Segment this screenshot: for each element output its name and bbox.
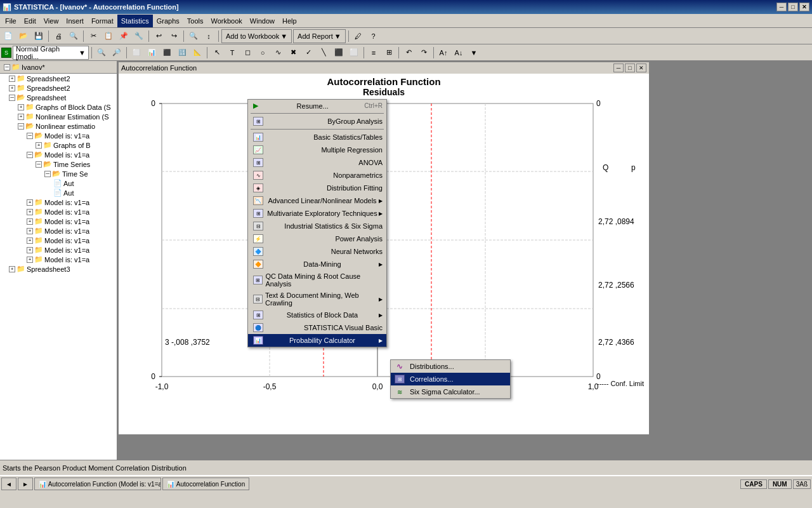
expand-icon-ss2b[interactable]: +	[9, 85, 15, 91]
menu-item-bygroup[interactable]: ⊞ ByGroup Analysis	[248, 115, 386, 128]
expand-icon-m7[interactable]: +	[27, 247, 33, 253]
sort-button[interactable]: ↕	[202, 29, 216, 43]
draw-btn5[interactable]: ✓	[301, 46, 315, 60]
new-button[interactable]: 📄	[1, 29, 15, 43]
add-to-workbook-button[interactable]: Add to Workbook ▼	[221, 29, 292, 43]
nonlinear-e-item[interactable]: ─ 📂 Nonlinear estimatio	[0, 121, 117, 131]
nav-right-button[interactable]: ►	[18, 478, 33, 490]
menu-graphs[interactable]: Graphs	[153, 15, 183, 27]
redo-button[interactable]: ↪	[167, 29, 181, 43]
expand-icon-ss[interactable]: ─	[9, 95, 15, 101]
menu-item-qc[interactable]: ⊞ QC Data Mining & Root Cause Analysis	[248, 271, 386, 290]
close-button[interactable]: ✕	[799, 3, 809, 11]
expand-icon-ss2a[interactable]: +	[9, 76, 15, 82]
draw-btn4[interactable]: ✖	[286, 46, 300, 60]
open-button[interactable]: 📂	[16, 29, 30, 43]
menu-item-multivariate[interactable]: ⊞ Multivariate Exploratory Techniques	[248, 207, 386, 220]
model6-item[interactable]: + 📁 Model is: v1=a	[0, 236, 117, 245]
minimize-button[interactable]: ─	[776, 3, 787, 11]
draw-btn8[interactable]: ⬜	[347, 46, 361, 60]
menu-item-visual[interactable]: 🔵 STATISTICA Visual Basic	[248, 321, 386, 334]
timese-item[interactable]: ─ 📂 Time Se	[0, 169, 117, 178]
expand-icon-m1b[interactable]: ─	[27, 152, 33, 158]
format-button[interactable]: 🔧	[132, 29, 146, 43]
timeseries-item[interactable]: ─ 📂 Time Series	[0, 159, 117, 169]
maximize-button[interactable]: □	[788, 3, 798, 11]
highlight-button[interactable]: 🖊	[351, 29, 365, 43]
autocorr-func2-taskbar[interactable]: 📊 Autocorrelation Function	[162, 478, 249, 490]
graph-btn1[interactable]: ⬜	[129, 46, 143, 60]
expand-icon-tse[interactable]: ─	[44, 171, 51, 177]
help-button[interactable]: ?	[367, 29, 381, 43]
root-item[interactable]: ─ 📁 Ivanov*	[3, 62, 114, 72]
preview-button[interactable]: 🔍	[67, 29, 81, 43]
spreadsheet2b-item[interactable]: + 📁 Spreadsheet2	[0, 83, 117, 93]
chart-close[interactable]: ✕	[636, 64, 646, 72]
draw-btn2[interactable]: ○	[256, 46, 270, 60]
chart-maximize[interactable]: □	[625, 64, 635, 72]
expand-icon-ne[interactable]: ─	[18, 123, 24, 130]
expand-icon-m8[interactable]: +	[27, 257, 33, 263]
title-bar-right[interactable]: ─ □ ✕	[776, 3, 809, 11]
print-button[interactable]: 🖨	[51, 29, 65, 43]
copy-button[interactable]: 📋	[102, 29, 115, 43]
chart-minimize[interactable]: ─	[613, 64, 624, 72]
expand-icon-m4[interactable]: +	[27, 218, 33, 225]
menu-format[interactable]: Format	[88, 15, 117, 27]
graph-btn5[interactable]: 📐	[190, 46, 204, 60]
expand-icon-ns[interactable]: +	[18, 114, 24, 120]
graph-btn2[interactable]: 📊	[145, 46, 159, 60]
draw-btn6[interactable]: ╲	[317, 46, 331, 60]
menu-item-industrial[interactable]: ⊟ Industrial Statistics & Six Sigma	[248, 220, 386, 232]
model3-item[interactable]: + 📁 Model is: v1=a	[0, 207, 117, 217]
autocorr-func-taskbar[interactable]: 📊 Autocorrelation Function (Model is: v1…	[34, 478, 161, 490]
graphs-b-item[interactable]: + 📁 Graphs of B	[0, 140, 117, 150]
model4-item[interactable]: + 📁 Model is: v1=a	[0, 217, 117, 226]
draw-btn7[interactable]: ⬛	[332, 46, 346, 60]
cut-button[interactable]: ✂	[86, 29, 100, 43]
menu-item-multiple[interactable]: 📈 Multiple Regression	[248, 144, 386, 156]
model2-item[interactable]: + 📁 Model is: v1=a	[0, 197, 117, 207]
spreadsheet2a-item[interactable]: + 📁 Spreadsheet2	[0, 74, 117, 83]
expand-icon-graphs-b[interactable]: +	[36, 142, 42, 149]
select-btn[interactable]: ↖	[210, 46, 224, 60]
menu-item-basic[interactable]: 📊 Basic Statistics/Tables	[248, 131, 386, 144]
paste-button[interactable]: 📌	[117, 29, 131, 43]
model8-item[interactable]: + 📁 Model is: v1=a	[0, 255, 117, 264]
expand-icon-m2[interactable]: +	[27, 199, 33, 206]
menu-item-anova[interactable]: ⊞ ANOVA	[248, 156, 386, 169]
save-button[interactable]: 💾	[32, 29, 46, 43]
undo-button[interactable]: ↩	[152, 29, 166, 43]
menu-item-advanced[interactable]: 📉 Advanced Linear/Nonlinear Models	[248, 194, 386, 207]
menu-help[interactable]: Help	[278, 15, 301, 27]
model1a-item[interactable]: ─ 📂 Model is: v1=a	[0, 131, 117, 140]
menu-tools[interactable]: Tools	[183, 15, 207, 27]
menu-item-resume[interactable]: ▶ Resume... Ctrl+R	[248, 100, 386, 112]
align-btn2[interactable]: ⊞	[382, 46, 396, 60]
menu-item-textdoc[interactable]: ⊟ Text & Document Mining, Web Crawling	[248, 290, 386, 309]
expand-icon-m3[interactable]: +	[27, 209, 33, 215]
text-btn[interactable]: T	[225, 46, 239, 60]
spreadsheet-item[interactable]: ─ 📂 Spreadsheet	[0, 93, 117, 102]
expand-icon-m6[interactable]: +	[27, 237, 33, 244]
find-button[interactable]: 🔍	[187, 29, 200, 43]
menu-statistics[interactable]: Statistics	[117, 15, 153, 27]
menu-file[interactable]: File	[1, 15, 20, 27]
font-size-btn2[interactable]: A↓	[452, 46, 466, 60]
draw-btn1[interactable]: ◻	[240, 46, 254, 60]
submenu-correlations[interactable]: ⊞ Correlations...	[391, 373, 510, 385]
menu-workbook[interactable]: Workbook	[207, 15, 246, 27]
graph-btn3[interactable]: ⬛	[160, 46, 174, 60]
menu-edit[interactable]: Edit	[20, 15, 40, 27]
model5-item[interactable]: + 📁 Model is: v1=a	[0, 226, 117, 236]
menu-window[interactable]: Window	[246, 15, 278, 27]
graph-mode-dropdown[interactable]: Normal Graph [modi... ▼	[13, 46, 89, 60]
nonlinear-s-item[interactable]: + 📁 Nonlinear Estimation (S	[0, 112, 117, 121]
rotate-btn2[interactable]: ↷	[417, 46, 431, 60]
menu-view[interactable]: View	[40, 15, 63, 27]
expand-icon[interactable]: ─	[4, 64, 10, 70]
model7-item[interactable]: + 📁 Model is: v1=a	[0, 245, 117, 255]
expand-icon-m5[interactable]: +	[27, 228, 33, 234]
expand-icon-m1a[interactable]: ─	[27, 133, 33, 139]
menu-item-distfit[interactable]: ◈ Distribution Fitting	[248, 182, 386, 194]
